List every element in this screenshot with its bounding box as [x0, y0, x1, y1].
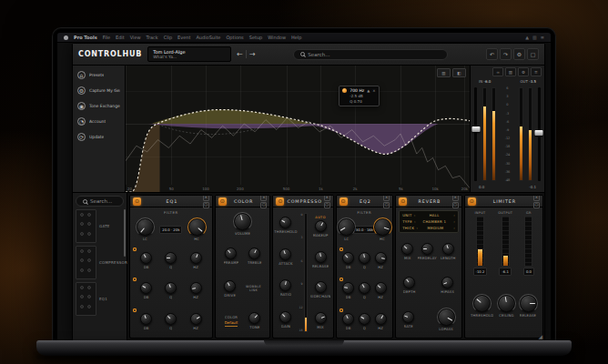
gear-button[interactable]: ⚙ [518, 67, 529, 76]
power-button[interactable]: ⊙ [276, 197, 284, 206]
band-enable-indicator[interactable] [339, 248, 343, 251]
close-icon[interactable]: × [324, 195, 330, 201]
menubar-item[interactable]: Edit [116, 35, 125, 40]
prev-arrow-icon[interactable]: ‹ [414, 219, 416, 224]
knob-control[interactable] [190, 282, 202, 294]
knob-control[interactable] [375, 282, 387, 294]
browser-scrollbar[interactable] [124, 209, 126, 257]
menubar-item[interactable]: File [103, 35, 110, 40]
knob-control[interactable] [279, 311, 291, 323]
menubar-item[interactable]: View [130, 35, 141, 40]
knob-control[interactable] [342, 313, 354, 325]
knob-control[interactable] [338, 218, 355, 236]
solo-band-icon[interactable]: ▲ [367, 88, 370, 93]
close-icon[interactable]: × [260, 195, 267, 201]
battery-icon[interactable]: ▥ [532, 35, 537, 40]
close-icon[interactable]: × [203, 195, 209, 201]
menubar-item[interactable]: Clip [164, 35, 172, 40]
knob-control[interactable] [165, 252, 177, 264]
knob-control[interactable] [375, 252, 387, 264]
knob-control[interactable] [140, 313, 152, 325]
close-icon[interactable]: × [533, 195, 540, 201]
sidebar-item-update[interactable]: ⟳Update [77, 133, 120, 141]
power-button[interactable]: ⊙ [133, 197, 141, 206]
input-fader-cap[interactable] [471, 126, 480, 132]
power-button[interactable]: ⊙ [339, 197, 348, 206]
knob-control[interactable] [374, 218, 391, 236]
knob-control[interactable] [342, 282, 354, 294]
close-icon[interactable]: × [452, 195, 459, 201]
knob-control[interactable] [224, 280, 236, 292]
knob-control[interactable] [375, 313, 387, 325]
popout-button[interactable]: ▢ [527, 48, 539, 60]
knob-control[interactable] [315, 312, 327, 324]
color-selector[interactable]: COLORDefault [225, 314, 238, 327]
menubar-item[interactable]: Setup [249, 35, 263, 40]
next-arrow-icon[interactable]: › [453, 213, 455, 217]
knob-control[interactable] [248, 248, 260, 259]
sidebar-item-tone-exchange[interactable]: ◉Tone Exchange [77, 102, 120, 110]
band-enable-indicator[interactable] [339, 308, 343, 312]
resize-handle[interactable]: ◢ [538, 333, 542, 339]
menubar-item[interactable]: Window [268, 35, 286, 40]
band-enable-indicator[interactable] [133, 308, 137, 312]
knob-control[interactable] [140, 252, 152, 264]
band-enable-indicator[interactable] [133, 278, 137, 281]
knob-control[interactable] [359, 252, 370, 264]
browser-module-card[interactable]: GATE [76, 209, 124, 243]
apple-logo-icon[interactable] [64, 35, 68, 40]
knob-control[interactable] [279, 248, 291, 260]
prev-arrow-icon[interactable]: ‹ [416, 226, 418, 230]
menubar-item[interactable]: Help [291, 35, 301, 40]
knob-control[interactable] [248, 312, 260, 324]
knob-control[interactable] [438, 308, 455, 326]
menubar-item[interactable]: Event [177, 35, 190, 40]
band-enable-indicator[interactable] [339, 278, 343, 281]
knob-control[interactable] [190, 313, 202, 325]
menubar-app-name[interactable]: Pro Tools [74, 35, 97, 40]
menubar-item[interactable]: Track [147, 35, 158, 40]
knob-control[interactable] [473, 295, 491, 312]
knob-control[interactable] [442, 243, 454, 255]
knob-control[interactable] [234, 213, 251, 230]
wifi-icon[interactable]: ▲ [525, 35, 529, 40]
prev-preset-button[interactable]: ← [237, 51, 243, 58]
knob-control[interactable] [315, 220, 327, 232]
control-center-icon[interactable]: ≡ [541, 35, 544, 40]
menubar-item[interactable]: AudioSuite [196, 35, 220, 40]
undo-button[interactable]: ↶ [486, 48, 498, 60]
next-preset-button[interactable]: → [249, 51, 256, 58]
knob-control[interactable] [421, 243, 433, 255]
knob-control[interactable] [315, 281, 327, 293]
sidebar-item-capture-my-gear[interactable]: ⚙Capture My Gear [77, 86, 120, 95]
knob-control[interactable] [401, 243, 413, 255]
knob-control[interactable] [165, 313, 177, 325]
analyzer-toggle[interactable]: ▥ [437, 68, 451, 77]
knob-control[interactable] [359, 313, 370, 325]
power-button[interactable]: ⊙ [399, 197, 407, 206]
knob-control[interactable] [441, 277, 453, 288]
power-button[interactable]: ⊙ [218, 197, 227, 206]
band-enable-indicator[interactable] [133, 248, 137, 251]
eq-display[interactable]: 700 Hz ▲ × -2.5 dB Q 0.70 ▥ ◧ 2050100200… [126, 66, 470, 192]
prev-arrow-icon[interactable]: ‹ [414, 213, 416, 217]
meter-button[interactable]: ▥ [505, 67, 516, 76]
delete-band-icon[interactable]: × [372, 88, 375, 93]
knob-control[interactable] [190, 252, 202, 264]
browser-module-card[interactable]: EQ1 [76, 282, 124, 316]
output-fader-cap[interactable] [535, 130, 543, 136]
menu-button[interactable]: ≡ [531, 67, 542, 76]
knob-control[interactable] [498, 295, 515, 312]
knob-control[interactable] [402, 311, 414, 323]
sidebar-item-account[interactable]: ◔Account [77, 117, 120, 126]
knob-control[interactable] [520, 295, 537, 312]
knob-control[interactable] [140, 282, 152, 294]
browser-module-card[interactable]: COMPRESSOR [76, 246, 124, 279]
knob-control[interactable] [225, 248, 237, 259]
redo-button[interactable]: ↷ [500, 48, 512, 60]
input-fader[interactable] [474, 87, 477, 181]
knob-control[interactable] [165, 282, 177, 294]
knob-control[interactable] [403, 277, 415, 288]
browser-search-input[interactable]: Search... [76, 196, 124, 207]
knob-control[interactable] [279, 279, 291, 291]
